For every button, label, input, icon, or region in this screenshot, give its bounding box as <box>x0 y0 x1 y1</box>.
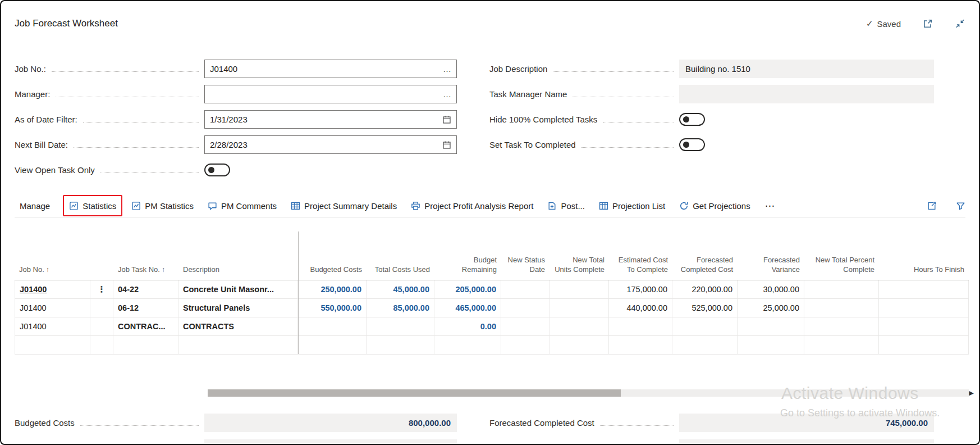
grid-cell-hours[interactable] <box>879 317 969 335</box>
grid-cell-status_date[interactable] <box>501 317 549 335</box>
grid-cell-hours[interactable] <box>879 280 969 298</box>
open-in-window-icon[interactable] <box>922 19 933 29</box>
grid-cell-budgeted[interactable]: 550,000.00 <box>298 299 367 317</box>
column-header-remaining[interactable]: Budget Remaining <box>434 231 501 280</box>
grid-cell-status_date[interactable] <box>501 299 549 317</box>
job-no-input[interactable]: … <box>204 60 457 78</box>
grid-cell-budgeted[interactable] <box>298 317 367 335</box>
action-projection-list[interactable]: Projection List <box>594 196 670 215</box>
action-statistics[interactable]: Statistics <box>63 195 122 216</box>
row-menu-cell[interactable] <box>90 336 113 354</box>
grid-cell-job[interactable]: J01400 <box>15 317 90 335</box>
grid-cell-hours[interactable] <box>879 299 969 317</box>
row-menu-cell[interactable]: ⋮ <box>90 280 113 298</box>
grid-cell-percent[interactable] <box>804 317 879 335</box>
horizontal-scrollbar-thumb[interactable] <box>208 389 621 397</box>
column-header-status_date[interactable]: New Status Date <box>501 231 549 280</box>
grid-cell-variance[interactable]: 30,000.00 <box>738 280 804 298</box>
grid-cell-est[interactable]: 175,000.00 <box>609 280 672 298</box>
grid-cell-job[interactable] <box>15 336 90 354</box>
lookup-ellipsis-icon[interactable]: … <box>443 65 451 73</box>
action-project-profit-analysis-report[interactable]: Project Profit Analysis Report <box>406 196 538 215</box>
job-no-input-field[interactable] <box>210 64 438 74</box>
column-header-task[interactable]: Job Task No.↑ <box>113 231 178 280</box>
column-header-est[interactable]: Estimated Cost To Complete <box>609 231 672 280</box>
grid-cell-remaining[interactable]: 205,000.00 <box>434 280 501 298</box>
row-menu-cell[interactable] <box>90 299 113 317</box>
grid-cell-status_date[interactable] <box>501 336 549 354</box>
action-pm-comments[interactable]: PM Comments <box>203 196 282 215</box>
more-actions-button[interactable]: ⋯ <box>759 200 781 212</box>
grid-cell-variance[interactable] <box>738 336 804 354</box>
grid-cell-percent[interactable] <box>804 299 879 317</box>
horizontal-scrollbar-track[interactable] <box>208 389 969 397</box>
next-bill-date-input-field[interactable] <box>210 140 442 149</box>
column-header-used[interactable]: Total Costs Used <box>367 231 434 280</box>
action-post[interactable]: Post... <box>542 196 590 215</box>
grid-cell-desc[interactable]: Structural Panels <box>178 299 298 317</box>
calendar-icon[interactable] <box>442 115 451 124</box>
grid-cell-desc[interactable]: Concrete Unit Masonr... <box>178 280 298 298</box>
column-header-desc[interactable]: Description <box>178 231 298 280</box>
grid-cell-remaining[interactable] <box>434 336 501 354</box>
row-actions-icon[interactable]: ⋮ <box>98 284 106 294</box>
share-icon[interactable] <box>927 201 937 211</box>
grid-cell-desc[interactable] <box>178 336 298 354</box>
lookup-ellipsis-icon[interactable]: … <box>443 90 451 98</box>
grid-cell-used[interactable]: 45,000.00 <box>367 280 434 298</box>
grid-cell-status_date[interactable] <box>501 280 549 298</box>
grid-cell-forecast[interactable]: 525,000.00 <box>672 299 738 317</box>
next-bill-date-input[interactable] <box>204 135 457 154</box>
column-header-hours[interactable]: Hours To Finish <box>879 231 969 280</box>
grid-cell-remaining[interactable]: 0.00 <box>434 317 501 335</box>
grid-cell-est[interactable] <box>609 336 672 354</box>
grid-cell-desc[interactable]: CONTRACTS <box>178 317 298 335</box>
manager-input[interactable]: … <box>204 85 457 103</box>
column-header-budgeted[interactable]: Budgeted Costs <box>298 231 367 280</box>
grid-cell-variance[interactable] <box>738 317 804 335</box>
grid-cell-remaining[interactable]: 465,000.00 <box>434 299 501 317</box>
grid-cell-units[interactable] <box>549 336 609 354</box>
collapse-page-icon[interactable] <box>955 19 965 29</box>
grid-cell-percent[interactable] <box>804 336 879 354</box>
grid-cell-used[interactable]: 85,000.00 <box>367 299 434 317</box>
action-get-projections[interactable]: Get Projections <box>674 196 755 215</box>
grid-cell-budgeted[interactable] <box>298 336 367 354</box>
column-header-menu[interactable] <box>90 231 113 280</box>
column-header-variance[interactable]: Forecasted Variance <box>738 231 804 280</box>
grid-cell-budgeted[interactable]: 250,000.00 <box>298 280 367 298</box>
grid-cell-used[interactable] <box>367 336 434 354</box>
grid-cell-task[interactable]: 06-12 <box>113 299 178 317</box>
action-pm-statistics[interactable]: PM Statistics <box>126 196 199 215</box>
grid-cell-job[interactable]: J01400 <box>15 299 90 317</box>
grid-cell-forecast[interactable]: 220,000.00 <box>672 280 738 298</box>
as-of-date-filter-input[interactable] <box>204 110 457 129</box>
row-menu-cell[interactable] <box>90 317 113 335</box>
grid-cell-forecast[interactable] <box>672 317 738 335</box>
as-of-date-filter-input-field[interactable] <box>210 115 442 124</box>
grid-cell-task[interactable]: CONTRAC... <box>113 317 178 335</box>
grid-cell-units[interactable] <box>549 280 609 298</box>
grid-cell-units[interactable] <box>549 317 609 335</box>
grid-cell-used[interactable] <box>367 317 434 335</box>
calendar-icon[interactable] <box>442 140 451 149</box>
hide-completed-tasks-toggle[interactable] <box>679 113 705 126</box>
grid-cell-hours[interactable] <box>879 336 969 354</box>
manage-menu[interactable]: Manage <box>15 201 55 211</box>
grid-cell-task[interactable] <box>113 336 178 354</box>
grid-cell-job[interactable]: J01400 <box>15 280 90 298</box>
grid-cell-est[interactable] <box>609 317 672 335</box>
grid-cell-forecast[interactable] <box>672 336 738 354</box>
manager-input-field[interactable] <box>210 89 438 99</box>
grid-cell-est[interactable]: 440,000.00 <box>609 299 672 317</box>
scroll-right-arrow-icon[interactable]: ▶ <box>969 390 974 396</box>
view-open-task-only-toggle[interactable] <box>204 164 230 176</box>
column-header-units[interactable]: New Total Units Complete <box>549 231 609 280</box>
filter-icon[interactable] <box>956 201 965 211</box>
column-header-job[interactable]: Job No.↑ <box>15 231 90 280</box>
grid-cell-variance[interactable]: 25,000.00 <box>738 299 804 317</box>
grid-cell-percent[interactable] <box>804 280 879 298</box>
action-project-summary-details[interactable]: Project Summary Details <box>286 196 402 215</box>
set-task-to-completed-toggle[interactable] <box>679 138 705 151</box>
column-header-percent[interactable]: New Total Percent Complete <box>804 231 879 280</box>
